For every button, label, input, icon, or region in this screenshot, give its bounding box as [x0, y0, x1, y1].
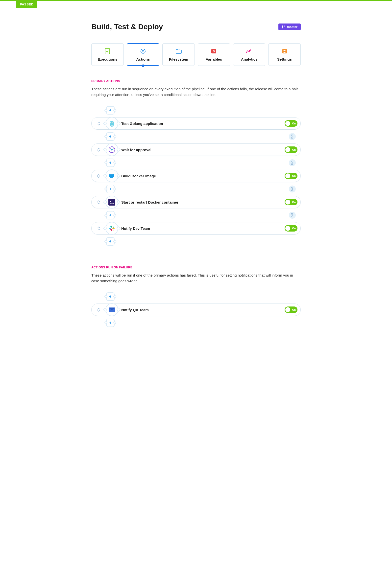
tab-executions[interactable]: Executions [91, 43, 124, 66]
action-toggle[interactable]: On [285, 173, 297, 179]
variables-icon: $ [211, 48, 217, 54]
executions-icon [105, 48, 110, 54]
tabs: Executions Actions Filesystem $ Variable… [91, 43, 301, 66]
svg-point-21 [113, 122, 113, 122]
branch-name: master [287, 25, 297, 29]
svg-point-5 [142, 50, 144, 52]
primary-actions-heading: PRIMARY ACTIONS [91, 79, 301, 83]
settings-icon [282, 48, 287, 54]
svg-point-20 [111, 122, 111, 122]
failure-actions-desc: These actions will be run if one of the … [91, 273, 301, 284]
svg-point-2 [284, 26, 285, 26]
wait-icon [289, 159, 296, 166]
action-label: Notify Dev Team [121, 226, 285, 231]
action-label: Notify QA Team [121, 308, 285, 312]
tab-label: Filesystem [169, 57, 188, 61]
action-row[interactable]: Notify QA Team On [91, 304, 301, 316]
drag-handle[interactable] [92, 200, 103, 204]
tab-label: Actions [136, 57, 150, 61]
action-label: Test Golang application [121, 121, 285, 126]
tab-label: Executions [98, 57, 117, 61]
svg-rect-31 [111, 226, 112, 228]
add-action-button[interactable]: + [106, 159, 115, 167]
svg-point-22 [112, 123, 112, 123]
drag-handle[interactable] [92, 227, 103, 230]
docker-icon [108, 172, 116, 180]
tab-actions[interactable]: Actions [127, 43, 160, 66]
svg-rect-28 [112, 174, 112, 175]
svg-point-37 [113, 230, 114, 231]
action-toggle[interactable]: On [285, 306, 297, 313]
svg-point-13 [283, 52, 284, 53]
drag-handle[interactable] [92, 122, 103, 125]
action-toggle[interactable]: On [285, 146, 297, 153]
ssh-icon: SSH [108, 199, 115, 206]
wait-icon [289, 186, 296, 192]
drag-handle[interactable] [92, 174, 103, 178]
action-row[interactable]: Test Golang application On [91, 117, 301, 130]
primary-action-list: + Test Golang application On + [91, 103, 301, 248]
svg-point-8 [246, 51, 247, 52]
action-label: Build Docker image [121, 174, 285, 178]
email-icon [108, 306, 116, 314]
branch-selector[interactable]: master [278, 24, 301, 30]
branch-icon [282, 25, 285, 28]
add-action-button[interactable]: + [106, 237, 115, 246]
tab-settings[interactable]: Settings [268, 43, 301, 66]
analytics-icon [246, 48, 252, 54]
svg-rect-10 [282, 49, 287, 53]
primary-actions-desc: These actions are run in sequence on eve… [91, 86, 301, 97]
svg-point-35 [110, 226, 111, 227]
add-action-button[interactable]: + [106, 319, 115, 327]
golang-icon [108, 119, 116, 127]
action-icon-wrap [105, 143, 118, 156]
action-row[interactable]: Build Docker image On [91, 170, 301, 182]
svg-rect-15 [284, 50, 285, 51]
action-icon-wrap [105, 169, 118, 182]
svg-rect-27 [111, 173, 111, 174]
svg-point-4 [141, 49, 145, 53]
tab-variables[interactable]: $ Variables [198, 43, 230, 66]
svg-rect-16 [284, 52, 285, 53]
top-bar [0, 0, 392, 1]
action-icon-wrap [105, 117, 118, 130]
add-action-button[interactable]: + [106, 185, 115, 193]
action-toggle[interactable]: On [285, 225, 297, 232]
action-row[interactable]: SSH Start or restart Docker container On [91, 196, 301, 208]
tab-filesystem[interactable]: Filesystem [162, 43, 195, 66]
actions-icon [140, 48, 146, 54]
wait-icon [289, 212, 296, 219]
status-badge: PASSED [16, 1, 37, 8]
svg-point-9 [249, 50, 250, 51]
action-toggle[interactable]: On [285, 120, 297, 127]
drag-handle[interactable] [92, 148, 103, 152]
svg-rect-25 [110, 174, 110, 175]
add-action-button[interactable]: + [106, 132, 115, 141]
drag-handle[interactable] [92, 308, 103, 312]
tab-label: Analytics [241, 57, 258, 61]
tab-analytics[interactable]: Analytics [233, 43, 266, 66]
add-action-button[interactable]: + [106, 211, 115, 219]
tab-label: Variables [206, 57, 222, 61]
failure-actions-heading: ACTIONS RUN ON FAILURE [91, 266, 301, 269]
approval-icon [108, 146, 116, 154]
svg-rect-3 [105, 48, 110, 54]
action-row[interactable]: Notify Dev Team On [91, 222, 301, 235]
svg-point-1 [282, 27, 283, 28]
action-icon-wrap: SSH [105, 196, 118, 209]
svg-point-12 [285, 50, 286, 51]
slack-icon [108, 224, 116, 232]
action-toggle[interactable]: On [285, 199, 297, 205]
tab-label: Settings [277, 57, 292, 61]
failure-action-list: + Notify QA Team On + [91, 290, 301, 330]
filesystem-icon [175, 48, 182, 54]
svg-point-14 [285, 52, 286, 53]
svg-rect-29 [108, 199, 115, 206]
action-icon-wrap [105, 222, 118, 235]
svg-point-0 [282, 25, 283, 26]
add-action-button[interactable]: + [106, 106, 115, 115]
action-row[interactable]: Wait for approval On [91, 143, 301, 156]
add-action-button[interactable]: + [106, 292, 115, 301]
svg-rect-33 [111, 229, 112, 231]
page-title: Build, Test & Deploy [91, 23, 163, 31]
